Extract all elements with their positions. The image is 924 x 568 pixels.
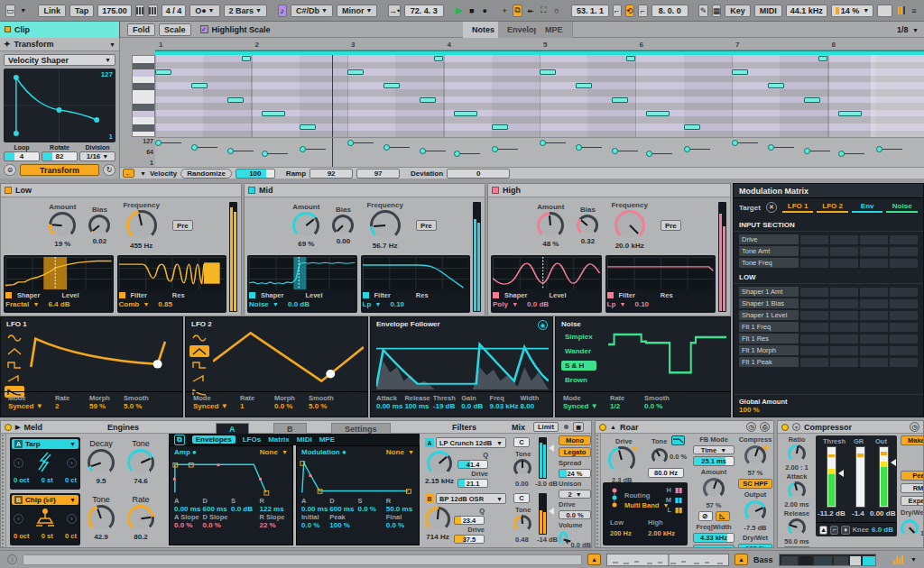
matrix-cell[interactable] [800,311,828,320]
out-meter[interactable] [879,446,889,508]
midi-note[interactable] [347,69,364,75]
roar-drag-handle[interactable] [596,434,601,547]
engine-a-st[interactable]: 0 st [42,476,53,484]
back-to-arrangement-icon[interactable]: ↞ [526,5,535,17]
thresh-meter[interactable] [827,446,836,508]
device-overview-select-icon[interactable]: ▲ [735,554,748,565]
envfollower-param-thresh[interactable]: Thresh-19 dB [433,394,459,415]
filter-b-freq-knob[interactable] [425,507,450,532]
transform-collapse-icon[interactable]: ▼ [109,41,116,48]
amp-mod-menu[interactable]: None ▼ [260,448,288,456]
engine-b-st[interactable]: 0 st [42,532,53,540]
level-value[interactable]: 0.0 dB [288,300,310,308]
roar-tone-freq-field[interactable]: 80.0 Hz [648,468,684,478]
fb-time-field[interactable]: 25.1 ms [693,456,735,466]
filter-a-freq-knob[interactable] [427,451,452,476]
roar-drive-knob[interactable] [608,446,635,473]
cpu-meter[interactable]: 14 %▼ [831,5,873,17]
envfollower-param-attack[interactable]: Attack0.00 ms [376,394,402,415]
matrix-cell[interactable] [860,346,888,355]
band-high-header[interactable]: High [488,184,730,197]
matrix-cell[interactable] [890,334,918,344]
amp-rslope-value[interactable]: 22 % [260,521,289,529]
velocity-marker[interactable] [838,151,845,157]
velocity-marker[interactable] [684,146,690,152]
record-button[interactable]: ● [480,5,489,17]
matrix-target-noise[interactable]: Noise [886,202,918,213]
roar-save-icon[interactable]: ⎙ [760,422,770,432]
matrix-cell[interactable] [830,247,858,256]
makeup-button[interactable]: Makeup [901,435,924,445]
engine-a-ct[interactable]: 0 ct [65,476,77,484]
velocity-marker[interactable] [262,151,268,157]
filter-display[interactable]: FilterRes Lp ▼0.10 [361,255,471,313]
deviation-field[interactable]: 0 [447,169,510,179]
key-map-button[interactable]: Key [725,5,751,17]
matrix-cell[interactable] [800,247,828,256]
shaper-display[interactable]: ShaperLevel Fractal ▼6.4 dB [4,255,114,313]
thresh-value[interactable]: -11.2 dB [818,509,845,518]
filter-display[interactable]: FilterRes Lp ▼0.10 [605,255,716,313]
filter-a-q-field[interactable]: 41.4 [457,460,488,469]
midi-note[interactable] [684,124,700,130]
mix-a-level-value[interactable]: -3.0 dB [535,480,558,488]
meld-hotswap-icon[interactable]: ▦ [573,422,584,432]
noise-type-Simplex[interactable]: Simplex [561,332,596,342]
clip-tab[interactable]: Clip [0,22,120,38]
attack-value[interactable]: 2.00 ms [784,500,809,508]
filter-type-menu[interactable]: Comb ▼ [119,300,150,308]
bias-knob[interactable] [332,215,354,236]
filter-type-menu[interactable]: Lp ▼ [607,300,626,308]
subtab-mpe[interactable]: MPE [319,435,335,444]
engine-a-next-icon[interactable]: › [67,458,77,468]
engine-b-prev-icon[interactable]: ‹ [14,514,23,524]
midi-note[interactable] [454,111,477,116]
matrix-cell[interactable] [800,299,828,308]
roar-activator-icon[interactable] [599,424,606,431]
release-value[interactable]: 50.0 ms [784,537,809,545]
knee-curve-icon[interactable]: ⌐ [830,526,838,535]
play-button[interactable]: ▶ [454,5,463,17]
output-knob[interactable] [744,500,766,522]
clip-overview[interactable] [606,554,729,566]
fb-amount-knob[interactable] [703,478,725,499]
amp-d-value[interactable]: 600 ms [203,505,232,513]
filter-activator-icon[interactable] [607,292,614,298]
mix-b-pan-button[interactable]: C [513,493,530,503]
knee-value[interactable]: 6.0 dB [872,526,893,534]
noise-type-Brown[interactable]: Brown [561,375,596,385]
morph-value[interactable]: 59 % [89,402,120,410]
midi-note[interactable] [434,56,443,61]
tap-tempo-button[interactable]: Tap [69,5,94,17]
matrix-cell[interactable] [890,346,918,355]
peak-mode-icon[interactable]: ▴ [819,526,827,535]
tone-b-knob[interactable] [88,505,115,532]
engine-b-oct[interactable]: 0 oct [14,532,30,540]
mix-a-tone-knob[interactable] [513,459,531,477]
smooth-value[interactable]: 0.0 % [644,402,675,410]
rate-value[interactable]: 1 [240,402,271,410]
frequency-knob[interactable] [370,210,401,241]
thresh-handle[interactable] [838,470,844,477]
nudge-up-icon[interactable] [148,5,157,17]
matrix-cell[interactable] [890,235,918,244]
velocity-marker[interactable] [454,151,460,157]
routing-low-value[interactable]: 200 Hz [610,529,632,537]
amp-aslope-value[interactable]: 0.0 % [174,521,203,529]
filter-type-menu[interactable]: Lp ▼ [363,300,382,308]
smooth-value[interactable]: 5.0 % [309,402,339,410]
matrix-cell[interactable] [860,247,888,256]
matrix-cell[interactable] [860,311,888,320]
midi-note[interactable] [155,69,171,75]
attack-knob[interactable] [788,481,806,499]
level-value[interactable]: 0.0 dB [527,300,549,308]
meld-fold-icon[interactable]: ▶ [15,424,20,431]
amount-knob[interactable] [49,212,76,239]
matrix-cell[interactable] [890,299,918,308]
subtab-lfos[interactable]: LFOs [243,435,261,444]
envfollower-param-release[interactable]: Release100 ms [404,394,430,415]
out-value[interactable]: 0.00 dB [870,509,895,518]
sc-hpf-button[interactable]: SC HPF [738,479,772,489]
loop-start-field[interactable]: 53. 1. 1 [571,5,608,17]
frequency-knob[interactable] [126,210,157,241]
